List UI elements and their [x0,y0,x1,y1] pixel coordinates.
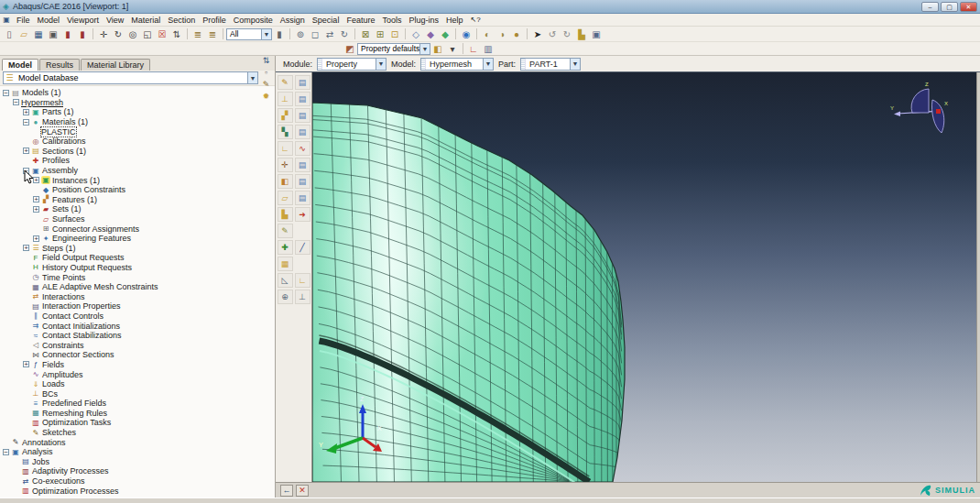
shaded-render-icon[interactable]: ⊡ [387,27,402,40]
back-arrow-button[interactable]: ← [280,485,293,497]
rotate-tool-icon[interactable]: ↻ [337,27,352,40]
collapse-icon[interactable]: − [3,90,9,96]
menu-feature[interactable]: Feature [343,16,378,25]
assign-section-icon[interactable]: ▞ [278,108,293,123]
translate-tool-icon[interactable]: ⇄ [322,27,337,40]
color-code-palette-icon[interactable]: ◩ [343,43,357,55]
color-code-combo[interactable]: Property defaults▼ [357,43,430,55]
view-cut-icon-1[interactable]: ◐ [480,27,495,40]
cancel-button[interactable]: ✕ [296,485,309,497]
expand-icon[interactable]: + [33,206,39,213]
hidden-render-icon[interactable]: ⊞ [373,27,387,40]
tree-item-contact-stabilizations[interactable]: ≈Contact Stabilizations [0,331,275,341]
tree-item-ale-adaptive-mesh-constraints[interactable]: ▦ALE Adaptive Mesh Constraints [0,282,275,292]
tab-material-library[interactable]: Material Library [81,59,150,71]
create-profile-icon[interactable]: ✛ [278,158,293,172]
tree-item-position-constraints[interactable]: ◆Position Constraints [0,185,275,195]
tree-item-instances[interactable]: +▣Instances (1) [0,175,275,185]
tree-item-field-output-requests[interactable]: FField Output Requests [0,253,275,263]
tree-item-steps[interactable]: +☰Steps (1) [0,244,275,254]
menu-plug-ins[interactable]: Plug-ins [405,16,442,25]
expand-icon[interactable]: + [23,148,29,154]
tree-item-remeshing-rules[interactable]: ▦Remeshing Rules [0,409,275,419]
expand-icon[interactable]: + [23,245,29,251]
assign-arrow-icon[interactable]: ➜ [295,207,310,222]
tree-item-analysis[interactable]: −▣Analysis [0,447,275,457]
viewport-window-icon[interactable]: ▣ [589,27,604,40]
chevron-down-icon[interactable]: ▼ [419,44,430,54]
box-zoom-icon[interactable]: ◱ [140,27,155,40]
fit-view-icon[interactable]: ☒ [155,27,169,40]
material-orientation-icon[interactable]: ◧ [278,174,293,189]
tree-item-annotations[interactable]: ✎Annotations [0,437,275,447]
measure-icon-1[interactable]: ≣ [191,27,205,40]
shaded-cube-icon[interactable]: ◆ [438,27,452,40]
create-datum-icon[interactable]: ✚ [278,240,293,255]
tree-item-features[interactable]: +▞Features (1) [0,195,275,205]
viewport-canvas[interactable]: ZYXZYX [312,72,976,482]
tree-item-connector-assignments[interactable]: ⊞Connector Assignments [0,224,275,234]
expand-icon[interactable]: + [23,361,29,367]
sphere-icon[interactable]: ● [509,27,524,40]
new-file-icon[interactable]: ▯ [2,27,16,40]
expand-icon[interactable]: + [33,235,39,242]
outline-box-icon[interactable]: ◻ [308,27,322,40]
menu-help[interactable]: Help [442,16,467,25]
tree-item-history-output-requests[interactable]: HHistory Output Requests [0,263,275,273]
menu-viewport[interactable]: Viewport [63,16,103,25]
material-manager-icon[interactable]: ▤ [295,75,310,90]
view-cut-icon-2[interactable]: ◑ [495,27,509,40]
chevron-down-icon[interactable]: ▼ [483,59,493,70]
menu-profile[interactable]: Profile [199,16,230,25]
shell-manager-icon[interactable]: ▤ [295,191,310,205]
datum-axes-icon[interactable]: ∟ [466,43,481,55]
selection-filter-combo[interactable]: All▼ [226,28,272,40]
chevron-down-icon[interactable]: ▼ [570,59,580,70]
model-database-combo[interactable]: ☰ Model Database ▼ [3,71,258,84]
tab-results[interactable]: Results [39,59,80,71]
tree-item-materials[interactable]: −●Materials (1) [0,117,275,127]
hidden-cube-icon[interactable]: ◆ [423,27,438,40]
chevron-down-icon[interactable]: ▼ [247,72,257,83]
tree-item-assembly[interactable]: −▣Assembly [0,166,275,176]
tree-item-amplitudes[interactable]: ∿Amplitudes [0,369,275,379]
tree-item-optimization-tasks[interactable]: ▥Optimization Tasks [0,418,275,428]
tree-item-bcs[interactable]: ⊥BCs [0,388,275,399]
tree-item-parts[interactable]: +▣Parts (1) [0,107,275,117]
measure-icon-2[interactable]: ≣ [205,27,220,40]
wire-cube-icon[interactable]: ◇ [408,27,423,40]
tree-item-model-hypermesh[interactable]: −Hypermesh [0,98,275,108]
tree-item-interactions[interactable]: ⇄Interactions [0,291,275,301]
menu-assign[interactable]: Assign [277,16,309,25]
menu-composite[interactable]: Composite [230,16,277,25]
tree-item-calibrations[interactable]: ◎Calibrations [0,137,275,147]
tree-item-sketches[interactable]: ✎Sketches [0,428,275,438]
tree-item-adaptivity-processes[interactable]: ▥Adaptivity Processes [0,466,275,476]
orientation-manager-icon[interactable]: ▤ [295,174,310,189]
color-cube-dropdown-icon[interactable]: ▾ [445,43,460,55]
create-skin-icon[interactable]: ✎ [278,224,293,238]
tree-item-sections[interactable]: +▤Sections (1) [0,147,275,157]
tree-item-contact-controls[interactable]: ∥Contact Controls [0,312,275,322]
menu-model[interactable]: Model [34,16,64,25]
expand-icon[interactable]: + [23,109,29,115]
cycle-views-icon[interactable]: ⇅ [169,27,184,40]
save-icon[interactable]: ▦ [31,27,46,40]
tree-item-surfaces[interactable]: ▱Surfaces [0,214,275,224]
tree-item-material-plastic[interactable]: PLASTIC [0,126,275,137]
context-help-icon[interactable]: ↖? [470,16,480,24]
menu-tools[interactable]: Tools [378,16,405,25]
chevron-down-icon[interactable]: ▼ [261,29,271,39]
tree-item-connector-sections[interactable]: ⋈Connector Sections [0,350,275,360]
menu-material[interactable]: Material [127,16,164,25]
tree-item-predefined-fields[interactable]: ≡Predefined Fields [0,399,275,409]
select-tool-icon-b[interactable]: ∟ [295,273,310,288]
filter-box-icon[interactable]: ▫ [260,66,272,78]
selection-options-icon[interactable]: ▮ [272,27,287,40]
tree-item-time-points[interactable]: ◷Time Points [0,272,275,282]
expand-icon[interactable]: + [33,196,39,202]
tree-item-models[interactable]: −▤Models (1) [0,88,275,98]
wireframe-render-icon[interactable]: ⊠ [358,27,373,40]
datum-corner-icon[interactable]: ▙ [574,27,589,40]
select-tool-icon-a[interactable]: ◺ [278,273,293,288]
